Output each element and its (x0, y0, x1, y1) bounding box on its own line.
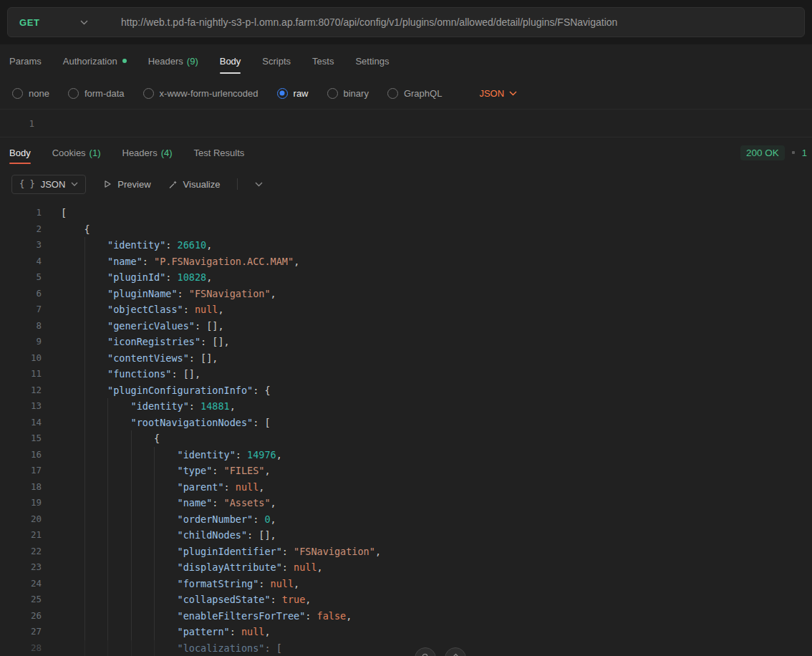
request-body-editor[interactable]: 1 (0, 109, 812, 138)
visualize-wand-icon (168, 180, 178, 189)
indent-guide (131, 447, 155, 463)
indent-guide (84, 430, 108, 447)
code-content: "pluginConfigurationInfo": { (61, 382, 271, 399)
code-content: "contentViews": [], (61, 350, 218, 367)
response-format-dropdown[interactable]: { } JSON (11, 175, 86, 194)
response-tab-cookies[interactable]: Cookies(1) (52, 138, 101, 168)
code-content: [ (61, 205, 67, 221)
chevron-down-icon (71, 182, 78, 186)
tab-count: (9) (187, 56, 198, 67)
indent-guide (107, 592, 131, 608)
body-type-radio-urlencoded[interactable]: x-www-form-urlencoded (143, 88, 258, 99)
tab-count: (4) (161, 148, 173, 158)
authorization-dot (122, 59, 127, 63)
indent-guide (84, 334, 108, 350)
indent-guide (107, 511, 131, 528)
indent-guide (84, 511, 108, 528)
preview-button[interactable]: Preview (103, 179, 150, 190)
indent-guide (84, 624, 108, 640)
tab-tests[interactable]: Tests (312, 44, 334, 77)
indent-guide (84, 640, 108, 656)
code-content: "functions": [], (61, 366, 200, 382)
response-code[interactable]: 1[ 2{ 3"identity": 26610, 4"name": "P.FS… (0, 201, 812, 656)
tab-body[interactable]: Body (220, 44, 241, 77)
code-line: 5"pluginId": 10828, (0, 269, 812, 286)
url-container: GET (7, 7, 805, 37)
indent-guide (61, 527, 84, 544)
code-content: "identity": 14881, (61, 398, 236, 415)
body-type-radio-graphql[interactable]: GraphQL (387, 88, 442, 99)
indent-guide (131, 479, 155, 496)
line-number: 20 (0, 511, 42, 528)
code-content: "name": "Assets", (61, 495, 276, 511)
line-number: 28 (0, 640, 42, 656)
radio-label: binary (344, 88, 369, 99)
body-type-radio-raw[interactable]: raw (277, 88, 309, 99)
request-tabs: Params Authorization Headers(9) Body Scr… (0, 44, 812, 77)
url-input[interactable] (100, 16, 804, 28)
radio-icon (327, 88, 338, 99)
chevron-down-icon (80, 20, 88, 25)
tab-label: Headers (148, 56, 183, 67)
raw-language-dropdown[interactable]: JSON (479, 88, 517, 99)
line-number: 9 (0, 334, 42, 350)
toolbar-divider (237, 178, 238, 190)
line-number: 16 (0, 447, 42, 463)
indent-guide (107, 544, 131, 560)
tab-label: Cookies (52, 148, 86, 158)
line-number: 10 (0, 350, 42, 367)
line-number: 19 (0, 495, 42, 511)
code-content: "name": "P.FSNavigation.ACC.MAM", (61, 254, 299, 270)
tab-label: Scripts (262, 56, 291, 67)
indent-guide (84, 302, 108, 318)
line-number: 4 (0, 254, 42, 270)
tab-label: Authorization (63, 56, 117, 67)
line-number: 26 (0, 608, 42, 624)
indent-guide (61, 559, 84, 576)
code-line: 25"collapsedState": true, (0, 592, 812, 608)
tab-headers[interactable]: Headers(9) (148, 44, 198, 77)
indent-guide (61, 334, 84, 350)
body-type-radio-form-data[interactable]: form-data (68, 88, 125, 99)
code-line: 28"localizations": [ (0, 640, 812, 656)
code-content: "formatString": null, (61, 576, 299, 592)
indent-guide (84, 415, 108, 431)
indent-guide (154, 447, 178, 463)
indent-guide (61, 398, 84, 415)
code-line: 9"iconRegistries": [], (0, 334, 812, 350)
body-type-radio-binary[interactable]: binary (327, 88, 369, 99)
status-badge: 200 OK (740, 145, 785, 160)
line-number: 27 (0, 624, 42, 640)
line-number: 25 (0, 592, 42, 608)
tab-params[interactable]: Params (9, 44, 42, 77)
indent-guide (131, 576, 155, 592)
indent-guide (131, 544, 155, 560)
response-tab-test-results[interactable]: Test Results (194, 138, 245, 168)
indent-guide (84, 254, 108, 270)
response-tab-headers[interactable]: Headers(4) (122, 138, 173, 168)
tab-authorization[interactable]: Authorization (63, 44, 127, 77)
code-content: "pattern": null, (61, 624, 271, 640)
search-icon (422, 653, 430, 656)
code-line: 1[ (0, 205, 812, 221)
code-content: "iconRegistries": [], (61, 334, 230, 350)
tab-label: Test Results (194, 148, 245, 158)
indent-guide (107, 608, 131, 624)
chevron-down-icon (509, 91, 517, 96)
code-line: 15{ (0, 430, 812, 447)
code-line: 18"parent": null, (0, 479, 812, 496)
response-tab-body[interactable]: Body (9, 138, 31, 168)
indent-guide (84, 495, 108, 511)
tab-settings[interactable]: Settings (355, 44, 389, 77)
radio-label: x-www-form-urlencoded (160, 88, 258, 99)
toolbar-more-chevron-icon[interactable] (255, 182, 263, 187)
body-type-selector: none form-data x-www-form-urlencoded raw… (0, 77, 812, 109)
method-dropdown[interactable]: GET (8, 8, 100, 37)
tab-scripts[interactable]: Scripts (262, 44, 291, 77)
braces-icon: { } (19, 179, 35, 189)
body-type-radio-none[interactable]: none (12, 88, 49, 99)
visualize-button[interactable]: Visualize (168, 179, 221, 190)
indent-guide (84, 463, 108, 479)
indent-guide (107, 447, 131, 463)
indent-guide (84, 527, 108, 544)
